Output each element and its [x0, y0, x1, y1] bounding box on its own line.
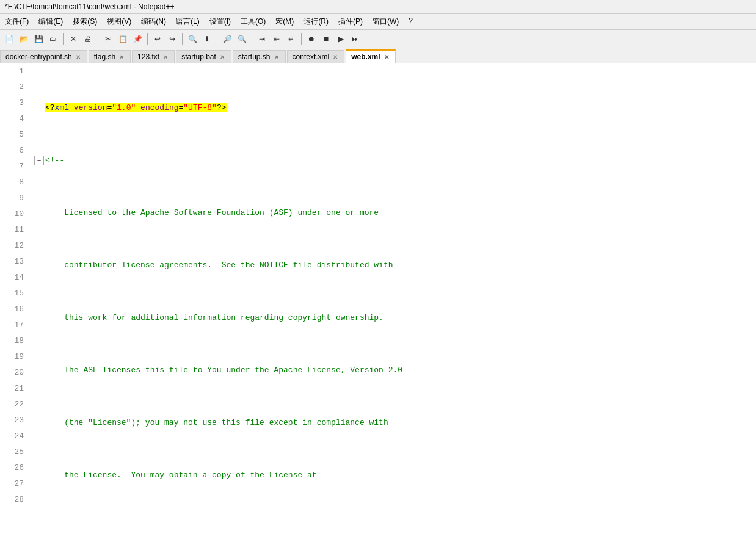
macro-stop-button[interactable]: ⏹	[319, 32, 333, 46]
line-num-28: 28	[5, 492, 24, 508]
tab-context-label: context.xml	[293, 52, 330, 61]
fold-marker-2[interactable]: −	[34, 156, 44, 165]
tab-startup-bat[interactable]: startup.bat ✕	[176, 50, 231, 63]
wrap-button[interactable]: ↵	[285, 32, 298, 46]
toolbar-sep-7	[301, 33, 302, 45]
menu-window[interactable]: 窗口(W)	[368, 15, 404, 28]
tab-context-close[interactable]: ✕	[332, 54, 339, 60]
save-all-button[interactable]: 🗂	[46, 32, 60, 46]
toolbar-sep-2	[98, 33, 98, 45]
macro-run-button[interactable]: ⏭	[349, 32, 362, 46]
line-num-4: 4	[5, 111, 24, 127]
line-num-19: 19	[5, 349, 24, 365]
tab-docker-entrypoint[interactable]: docker-entrypoint.sh ✕	[0, 50, 87, 63]
tab-web-label: web.xml	[351, 52, 380, 61]
line-num-7: 7	[5, 159, 24, 175]
paste-button[interactable]: 📌	[131, 32, 144, 46]
line-num-15: 15	[5, 286, 24, 301]
tab-context[interactable]: context.xml ✕	[287, 50, 345, 63]
tab-startup-bat-label: startup.bat	[181, 52, 216, 61]
tab-123txt[interactable]: 123.txt ✕	[132, 50, 175, 63]
find-button[interactable]: 🔍	[186, 32, 199, 46]
toolbar-sep-1	[63, 33, 64, 45]
find-next-button[interactable]: ⬇	[200, 32, 214, 46]
outdent-button[interactable]: ⇤	[270, 32, 283, 46]
toolbar-sep-3	[147, 33, 148, 45]
tab-flag-close[interactable]: ✕	[118, 54, 125, 60]
line-num-11: 11	[5, 222, 24, 238]
menu-run[interactable]: 运行(R)	[299, 15, 333, 28]
tab-123txt-close[interactable]: ✕	[162, 54, 169, 60]
code-line-9	[34, 520, 756, 521]
line-num-18: 18	[5, 333, 24, 349]
comment-4: contributor license agreements. See the …	[45, 261, 393, 270]
comment-7: (the "License"); you may not use this fi…	[45, 418, 388, 427]
line-num-8: 8	[5, 175, 24, 190]
menu-help[interactable]: ?	[404, 15, 418, 28]
comment-6: The ASF licenses this file to You under …	[45, 366, 402, 375]
tab-startup-sh[interactable]: startup.sh ✕	[233, 50, 286, 63]
line-num-14: 14	[5, 270, 24, 286]
editor: 1 2 3 4 5 6 7 8 9 10 11 12 13 14 15 16 1…	[0, 63, 756, 521]
tab-startup-sh-close[interactable]: ✕	[273, 54, 280, 60]
indent-button[interactable]: ⇥	[255, 32, 269, 46]
tab-web-close[interactable]: ✕	[383, 54, 390, 60]
zoom-out-button[interactable]: 🔍	[235, 32, 249, 46]
toolbar-sep-4	[182, 33, 183, 45]
line-num-20: 20	[5, 365, 24, 381]
comment-8: the License. You may obtain a copy of th…	[45, 471, 317, 480]
line-num-10: 10	[5, 206, 24, 222]
line-num-25: 25	[5, 444, 24, 460]
menu-language[interactable]: 语言(L)	[171, 15, 205, 28]
line-num-27: 27	[5, 476, 24, 492]
menu-bar[interactable]: 文件(F) 编辑(E) 搜索(S) 视图(V) 编码(N) 语言(L) 设置(I…	[0, 14, 756, 30]
menu-file[interactable]: 文件(F)	[0, 15, 34, 28]
tab-docker-entrypoint-close[interactable]: ✕	[75, 54, 82, 60]
menu-macro[interactable]: 宏(M)	[271, 15, 299, 28]
menu-view[interactable]: 视图(V)	[102, 15, 136, 28]
comment-open: <!--	[45, 156, 64, 165]
tab-startup-bat-close[interactable]: ✕	[219, 54, 226, 60]
macro-play-button[interactable]: ▶	[334, 32, 347, 46]
tab-startup-sh-label: startup.sh	[238, 52, 271, 61]
undo-button[interactable]: ↩	[151, 32, 164, 46]
pi-bracket-close: ?>	[217, 103, 227, 112]
print-button[interactable]: 🖨	[81, 32, 95, 46]
menu-tools[interactable]: 工具(O)	[236, 15, 271, 28]
tab-flag-label: flag.sh	[94, 52, 115, 61]
menu-search[interactable]: 搜索(S)	[68, 15, 102, 28]
pi-version-val: "1.0"	[112, 103, 136, 112]
pi-xml: xml	[55, 103, 69, 112]
tabs-bar: docker-entrypoint.sh ✕ flag.sh ✕ 123.txt…	[0, 48, 756, 63]
code-line-8: the License. You may obtain a copy of th…	[34, 467, 756, 483]
save-button[interactable]: 💾	[32, 32, 45, 46]
line-num-24: 24	[5, 428, 24, 444]
code-area[interactable]: <?xml version="1.0" encoding="UTF-8"?> −…	[29, 63, 756, 521]
tab-flag[interactable]: flag.sh ✕	[89, 50, 131, 63]
open-button[interactable]: 📂	[17, 32, 31, 46]
line-num-23: 23	[5, 413, 24, 428]
macro-record-button[interactable]: ⏺	[305, 32, 318, 46]
tab-docker-entrypoint-label: docker-entrypoint.sh	[5, 52, 72, 61]
zoom-in-button[interactable]: 🔎	[220, 32, 234, 46]
pi-version-attr: version	[74, 103, 107, 112]
toolbar: 📄 📂 💾 🗂 ✕ 🖨 ✂ 📋 📌 ↩ ↪ 🔍 ⬇ 🔎 🔍 ⇥ ⇤ ↵ ⏺ ⏹ …	[0, 30, 756, 48]
line-num-6: 6	[5, 143, 24, 159]
pi-space2	[136, 103, 140, 112]
menu-plugins[interactable]: 插件(P)	[333, 15, 368, 28]
redo-button[interactable]: ↪	[165, 32, 179, 46]
comment-5: this work for additional information reg…	[45, 313, 383, 322]
line-num-26: 26	[5, 460, 24, 476]
code-line-6: The ASF licenses this file to You under …	[34, 363, 756, 378]
cut-button[interactable]: ✂	[101, 32, 115, 46]
tab-web[interactable]: web.xml ✕	[346, 49, 395, 63]
new-button[interactable]: 📄	[2, 32, 16, 46]
menu-edit[interactable]: 编辑(E)	[34, 15, 68, 28]
copy-button[interactable]: 📋	[116, 32, 129, 46]
code-line-1: <?xml version="1.0" encoding="UTF-8"?>	[34, 100, 756, 116]
code-line-5: this work for additional information reg…	[34, 310, 756, 326]
pi-enc-attr: encoding	[140, 103, 178, 112]
close-button[interactable]: ✕	[67, 32, 80, 46]
menu-settings[interactable]: 设置(I)	[205, 15, 236, 28]
menu-encoding[interactable]: 编码(N)	[136, 15, 171, 28]
